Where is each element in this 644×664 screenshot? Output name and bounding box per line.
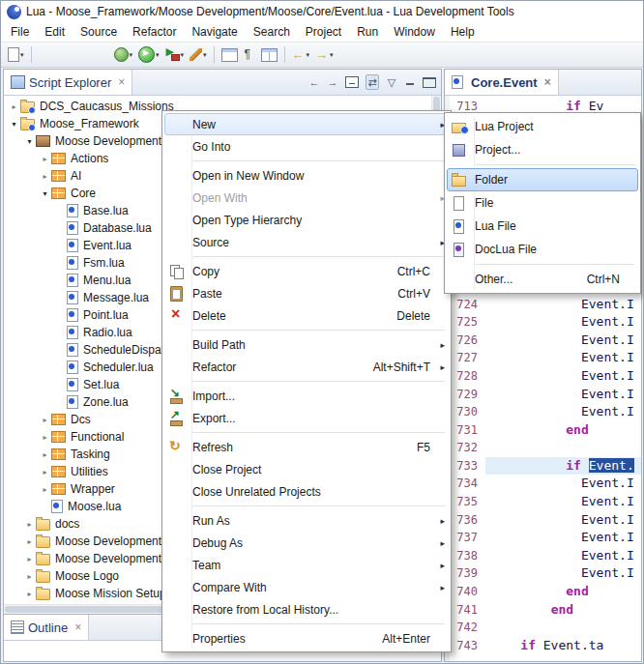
menu-icon-slot xyxy=(167,189,187,207)
menu-item-close-unrelated-projects[interactable]: Close Unrelated Projects xyxy=(164,480,449,503)
run-button[interactable]: ▾ xyxy=(136,44,161,65)
menu-file[interactable]: File xyxy=(3,23,37,41)
menu-source[interactable]: Source xyxy=(73,23,125,41)
plain-text: Event.I xyxy=(490,314,634,329)
table-button[interactable] xyxy=(220,44,240,65)
menu-edit[interactable]: Edit xyxy=(37,23,73,41)
menu-window[interactable]: Window xyxy=(386,23,443,41)
lua-icon xyxy=(67,343,78,357)
debug-button[interactable]: ▾ xyxy=(112,44,135,65)
menu-search[interactable]: Search xyxy=(246,23,298,41)
submenu-item-lua-project[interactable]: Lua Project xyxy=(447,115,638,138)
menu-item-export[interactable]: Export... xyxy=(164,407,449,429)
expand-arrow-icon[interactable]: ▸ xyxy=(39,450,51,459)
back-icon[interactable]: ← xyxy=(308,75,320,89)
menu-item-new[interactable]: New▸ xyxy=(164,113,449,135)
menu-help[interactable]: Help xyxy=(443,23,483,41)
menu-item-build-path[interactable]: Build Path▸ xyxy=(164,333,449,356)
delete-icon xyxy=(167,307,187,325)
submenu-item-other[interactable]: Other...Ctrl+N xyxy=(447,268,638,291)
dropdown-caret-icon: ▾ xyxy=(20,51,24,59)
forward-icon[interactable]: → xyxy=(327,75,338,89)
menu-item-team[interactable]: Team▸ xyxy=(164,554,449,576)
collapse-arrow-icon[interactable]: ▾ xyxy=(8,120,20,129)
expand-arrow-icon[interactable]: ▸ xyxy=(23,520,36,529)
menu-shortcut: Delete xyxy=(396,309,430,323)
back-arrow-button[interactable]: ▾ xyxy=(290,44,312,65)
paragraph-marks-button[interactable] xyxy=(242,44,257,65)
lua-icon xyxy=(67,326,78,339)
menu-item-copy[interactable]: CopyCtrl+C xyxy=(164,260,449,282)
menu-item-run-as[interactable]: Run As▸ xyxy=(164,509,449,532)
maximize-icon[interactable] xyxy=(423,77,436,88)
menu-item-refresh[interactable]: RefreshF5 xyxy=(164,436,449,458)
package-icon xyxy=(51,414,66,425)
menu-item-label: Refactor xyxy=(192,361,373,374)
expand-arrow-icon[interactable]: ▸ xyxy=(39,433,51,442)
expand-arrow-icon[interactable]: ▸ xyxy=(39,416,51,424)
submenu-item-folder[interactable]: Folder xyxy=(447,168,638,191)
code-line: 729 Event.I xyxy=(445,386,641,404)
menu-item-open-in-new-window[interactable]: Open in New Window xyxy=(164,164,449,187)
link-with-editor-icon[interactable]: ⇄ xyxy=(366,74,379,90)
submenu-item-project[interactable]: Project... xyxy=(447,138,638,161)
close-icon[interactable]: × xyxy=(544,75,551,89)
submenu-item-doclua-file[interactable]: DocLua File xyxy=(447,238,638,261)
minimize-icon[interactable] xyxy=(404,78,416,87)
menu-item-restore-from-local-history[interactable]: Restore from Local History... xyxy=(164,598,449,621)
expand-arrow-icon[interactable]: ▸ xyxy=(39,468,51,476)
collapse-all-icon[interactable] xyxy=(345,76,359,88)
expand-arrow-icon[interactable]: ▸ xyxy=(39,485,51,494)
menu-item-source[interactable]: Source▸ xyxy=(164,231,449,253)
menu-item-label: Folder xyxy=(475,173,635,187)
expand-arrow-icon[interactable]: ▸ xyxy=(23,537,36,546)
expand-arrow-icon[interactable]: ▸ xyxy=(23,590,36,598)
new-submenu: Lua ProjectProject...FolderFileLua FileD… xyxy=(444,112,641,294)
view-menu-icon[interactable]: ▽ xyxy=(386,75,397,89)
tab-outline[interactable]: Outline × xyxy=(4,615,89,640)
menu-item-go-into[interactable]: Go Into xyxy=(164,135,449,158)
menu-run[interactable]: Run xyxy=(349,23,386,41)
close-icon[interactable]: × xyxy=(74,621,81,634)
code-text: Event.I xyxy=(485,511,641,530)
menu-item-open-type-hierarchy[interactable]: Open Type Hierarchy xyxy=(164,209,449,231)
forward-arrow-button[interactable]: ▾ xyxy=(313,44,336,65)
expand-arrow-icon[interactable]: ▸ xyxy=(23,572,36,581)
new-document-button[interactable]: ▾ xyxy=(6,44,26,65)
menu-item-close-project[interactable]: Close Project xyxy=(164,458,449,480)
tab-script-explorer[interactable]: Script Explorer × xyxy=(4,70,132,95)
close-icon[interactable]: × xyxy=(118,75,125,89)
menu-separator xyxy=(192,330,445,331)
app-icon xyxy=(7,5,21,19)
menu-item-debug-as[interactable]: Debug As▸ xyxy=(164,532,449,554)
grid-icon xyxy=(261,48,278,62)
submenu-item-file[interactable]: File xyxy=(447,191,638,215)
submenu-item-lua-file[interactable]: Lua File xyxy=(447,215,638,238)
grid-button[interactable] xyxy=(259,44,279,65)
menu-item-compare-with[interactable]: Compare With▸ xyxy=(164,576,449,598)
menu-item-import[interactable]: Import... xyxy=(164,385,449,407)
menu-item-properties[interactable]: PropertiesAlt+Enter xyxy=(164,627,449,650)
tree-item-label: Utilities xyxy=(71,465,108,478)
menu-refactor[interactable]: Refactor xyxy=(125,23,184,41)
menu-item-paste[interactable]: PasteCtrl+V xyxy=(164,282,449,304)
menu-item-label: Paste xyxy=(192,287,397,301)
expand-arrow-icon[interactable]: ▸ xyxy=(39,155,51,163)
collapse-arrow-icon[interactable]: ▾ xyxy=(23,137,36,146)
menu-item-label: Import... xyxy=(192,390,446,403)
annotation-button[interactable]: ▾ xyxy=(188,44,209,65)
menu-item-refactor[interactable]: RefactorAlt+Shift+T▸ xyxy=(164,356,449,378)
expand-arrow-icon[interactable]: ▸ xyxy=(23,555,36,563)
plain-text: Event.I xyxy=(490,368,634,383)
menu-item-open-with[interactable]: Open With▸ xyxy=(164,187,449,209)
expand-arrow-icon[interactable]: ▸ xyxy=(8,102,20,111)
menu-icon-slot xyxy=(167,483,187,501)
expand-arrow-icon[interactable]: ▸ xyxy=(39,172,51,181)
menu-item-delete[interactable]: DeleteDelete xyxy=(164,304,449,327)
menu-project[interactable]: Project xyxy=(298,23,349,41)
menu-navigate[interactable]: Navigate xyxy=(184,23,245,41)
tab-core-event[interactable]: Core.Event × xyxy=(445,70,559,95)
external-tools-button[interactable]: ▾ xyxy=(163,44,187,65)
collapse-arrow-icon[interactable]: ▾ xyxy=(39,189,51,198)
tree-item-label: Set.lua xyxy=(83,378,119,391)
